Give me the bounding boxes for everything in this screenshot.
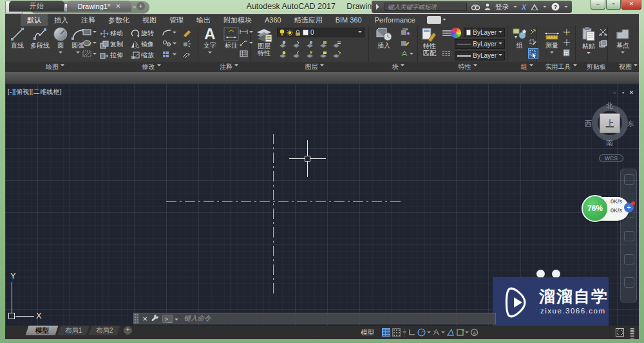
layer-isolate-icon[interactable]: [292, 41, 300, 48]
layout2-tab[interactable]: 布局2: [89, 326, 120, 335]
panel-group[interactable]: 组: [513, 62, 542, 72]
lineweight-dropdown[interactable]: ByLayer: [455, 51, 505, 60]
hatch-tool-icon[interactable]: [82, 50, 97, 57]
arc-chevron-down-icon[interactable]: [76, 51, 80, 55]
insert-block-tool[interactable]: 插入: [374, 27, 394, 49]
nav-wheel-icon[interactable]: [624, 174, 634, 185]
array-tool-icon[interactable]: [162, 40, 176, 47]
panel-modify[interactable]: 修改: [100, 62, 203, 72]
color-wheel-icon[interactable]: [451, 28, 461, 38]
isodraft-chevron-down-icon[interactable]: [441, 331, 445, 335]
command-line-dock[interactable]: ✕ >_ 键入命令: [133, 313, 496, 324]
layer-dropdown[interactable]: 0: [277, 28, 365, 37]
layer-freeze-icon[interactable]: [305, 41, 314, 48]
text-chevron-down-icon[interactable]: [208, 51, 212, 55]
block-edit-icon[interactable]: [401, 39, 410, 46]
nav-showmotion-icon[interactable]: [624, 277, 634, 288]
search-expand-icon[interactable]: [375, 4, 380, 10]
layer-unlock-icon[interactable]: [319, 51, 327, 59]
layer-match-icon[interactable]: [332, 41, 341, 48]
ribbon-display-toggle-icon[interactable]: [427, 16, 441, 24]
viewport-visual-style[interactable]: [二维线框]: [32, 88, 62, 95]
exchange-x-icon[interactable]: X: [522, 3, 526, 11]
ellipse-tool-icon[interactable]: [82, 39, 97, 46]
circle-chevron-down-icon[interactable]: [59, 51, 62, 55]
panel-view[interactable]: 视图: [612, 62, 644, 72]
panel-properties[interactable]: 特性: [422, 62, 513, 72]
a360-triangle-icon[interactable]: [531, 4, 538, 10]
nav-zoom-icon[interactable]: [624, 231, 634, 241]
tab-insert[interactable]: 插入: [48, 14, 75, 26]
signin-label[interactable]: 登录: [495, 3, 509, 12]
id-point-icon[interactable]: [563, 28, 571, 35]
layer-properties-tool[interactable]: 图层 特性: [254, 27, 274, 57]
viewport-close-icon[interactable]: ✕: [627, 89, 636, 96]
leader-tool-icon[interactable]: [240, 39, 253, 46]
tab-manage[interactable]: 管理: [163, 14, 190, 26]
tab-parametric[interactable]: 参数化: [102, 14, 136, 26]
help-chevron-down-icon[interactable]: [564, 6, 568, 10]
explode-tool-icon[interactable]: [182, 40, 191, 48]
new-drawing-tab-button[interactable]: +: [137, 2, 145, 10]
close-button[interactable]: ✕: [621, 0, 641, 10]
table-tool-icon[interactable]: [240, 50, 248, 57]
line-tool[interactable]: 直线: [8, 27, 27, 49]
signin-chevron-down-icon[interactable]: [513, 6, 517, 10]
tab-addins[interactable]: 附加模块: [217, 14, 258, 26]
tab-a360[interactable]: A360: [258, 14, 288, 26]
tab-featured-apps[interactable]: 精选应用: [288, 14, 329, 26]
vertical-centerline[interactable]: [273, 134, 274, 295]
fillet-tool-icon[interactable]: [162, 29, 176, 36]
isodraft-icon[interactable]: [432, 328, 440, 337]
text-tool[interactable]: A 文字: [201, 27, 219, 55]
layer-thaw-icon[interactable]: [305, 51, 314, 59]
paste-chevron-down-icon[interactable]: [587, 52, 591, 56]
group-edit-icon[interactable]: [529, 39, 537, 46]
command-wrench-icon[interactable]: [151, 315, 159, 322]
a360-chevron-down-icon[interactable]: [543, 6, 547, 10]
mirror-tool[interactable]: 镜像: [131, 40, 154, 49]
stretch-tool[interactable]: 拉伸: [100, 51, 123, 60]
annotation-scale-icon[interactable]: [446, 328, 455, 337]
erase-tool-icon[interactable]: [182, 29, 191, 37]
base-chevron-down-icon[interactable]: [621, 51, 625, 55]
navigation-bar[interactable]: [620, 169, 637, 302]
copy-tool[interactable]: 复制: [100, 40, 123, 49]
group-tool[interactable]: 组: [511, 27, 528, 49]
linetype-dropdown[interactable]: ByLayer: [455, 39, 505, 49]
command-close-icon[interactable]: ✕: [138, 315, 151, 322]
copy-clip-icon[interactable]: [599, 40, 607, 48]
minimize-button[interactable]: –: [591, 0, 605, 10]
viewcube-south[interactable]: 南: [606, 138, 613, 148]
layer-unisolate-icon[interactable]: [292, 51, 300, 59]
object-snap-icon[interactable]: [456, 328, 464, 337]
array-grid-icon[interactable]: [162, 51, 176, 58]
command-prompt-icon[interactable]: >_: [162, 315, 173, 323]
trim-tool-icon[interactable]: [182, 51, 191, 59]
block-attributes-icon[interactable]: [401, 50, 413, 57]
signin-user-icon[interactable]: [484, 3, 491, 10]
base-tool[interactable]: 基点: [612, 27, 634, 55]
block-create-icon[interactable]: [401, 28, 410, 35]
tab-output[interactable]: 输出: [190, 14, 217, 26]
polar-tracking-icon[interactable]: [417, 328, 426, 337]
tab-default[interactable]: 默认: [21, 14, 48, 26]
viewcube-north[interactable]: 北: [606, 101, 613, 111]
ungroup-icon[interactable]: [529, 28, 537, 35]
measure-chevron-down-icon[interactable]: [550, 51, 554, 55]
panel-layers[interactable]: 图层: [255, 62, 374, 72]
panel-utilities[interactable]: 实用工具: [542, 62, 580, 72]
tab-performance[interactable]: Performance: [368, 14, 422, 26]
nav-orbit-icon[interactable]: [624, 254, 634, 264]
ribbon-display-chevron-icon[interactable]: [442, 19, 446, 23]
tab-view[interactable]: 视图: [136, 14, 163, 26]
viewcube-west[interactable]: 西: [585, 119, 592, 129]
command-chevron-down-icon[interactable]: [175, 319, 178, 322]
polar-chevron-down-icon[interactable]: [427, 331, 431, 335]
layer-lock-tool-icon[interactable]: [319, 41, 327, 48]
viewcube-east[interactable]: 东: [627, 119, 634, 129]
panel-clipboard[interactable]: 剪贴板: [580, 62, 612, 72]
rotate-tool[interactable]: 旋转: [131, 29, 154, 38]
cut-scissors-icon[interactable]: [599, 28, 607, 36]
panel-annotate[interactable]: 注释: [203, 62, 255, 72]
